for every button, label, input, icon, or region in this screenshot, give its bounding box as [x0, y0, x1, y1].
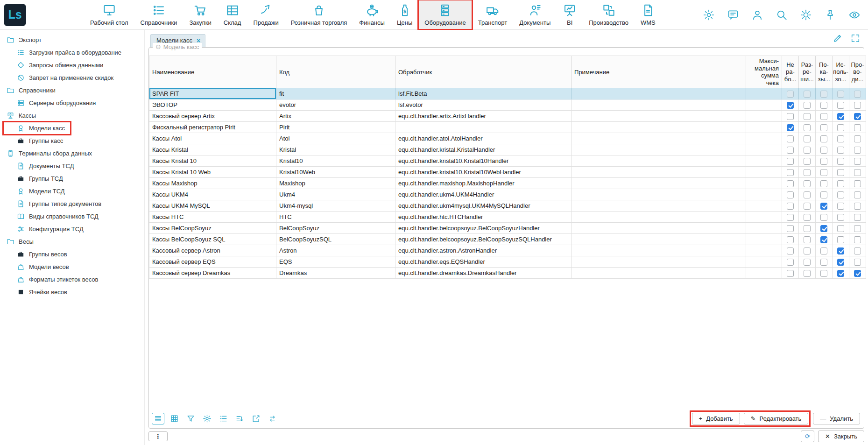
checkbox[interactable]: [837, 102, 844, 109]
table-row[interactable]: Кассовый сервер EQSEQSequ.clt.handler.eq…: [149, 256, 866, 268]
checkbox[interactable]: [820, 147, 827, 154]
checkbox[interactable]: [787, 191, 794, 198]
table-row[interactable]: SPAR FITfitlsf.Fit.Beta: [149, 88, 866, 99]
table-row[interactable]: Кассы MaxishopMaxishopequ.clt.handler.ma…: [149, 178, 866, 189]
column-header-name[interactable]: Наименование: [149, 56, 276, 88]
checkbox[interactable]: [837, 270, 844, 277]
search-button[interactable]: [776, 9, 788, 21]
module-tab-prices[interactable]: $Цены: [391, 0, 418, 29]
checkbox[interactable]: [837, 203, 844, 210]
checkbox[interactable]: [787, 270, 794, 277]
checkbox[interactable]: [854, 259, 861, 266]
module-tab-warehouse[interactable]: Склад: [218, 0, 247, 29]
edit-button[interactable]: ✎Редактировать: [744, 413, 809, 424]
checkbox[interactable]: [820, 247, 827, 254]
delete-button[interactable]: —Удалить: [813, 413, 860, 424]
checkbox[interactable]: [854, 102, 861, 109]
checkbox[interactable]: [820, 124, 827, 131]
sidebar-item-17[interactable]: Группы весов: [0, 248, 144, 261]
checkbox[interactable]: [804, 214, 811, 221]
sidebar-item-1[interactable]: Загрузки прайса в оборудование: [0, 46, 144, 59]
sidebar-item-14[interactable]: Виды справочников ТСД: [0, 210, 144, 223]
sidebar-item-10[interactable]: Документы ТСД: [0, 160, 144, 172]
sidebar-item-5[interactable]: Серверы оборудования: [0, 97, 144, 109]
sidebar-item-15[interactable]: Конфигурация ТСД: [0, 223, 144, 235]
checkbox[interactable]: [820, 225, 827, 232]
sidebar-item-12[interactable]: Модели ТСД: [0, 185, 144, 198]
refresh-button[interactable]: ⟳: [801, 431, 814, 442]
close-button[interactable]: ✕Закрыть: [818, 431, 864, 442]
checkbox[interactable]: [787, 247, 794, 254]
grid-settings-button[interactable]: [201, 413, 213, 424]
checkbox[interactable]: [787, 124, 794, 131]
table-row[interactable]: Фискальный регистратор PiritPirit: [149, 122, 866, 133]
checkbox[interactable]: [820, 180, 827, 187]
table-row[interactable]: Кассы UKM4 MySQLUkm4-mysqlequ.clt.handle…: [149, 200, 866, 212]
table-row[interactable]: Кассы KristalKristalequ.clt.handler.kris…: [149, 144, 866, 155]
checkbox[interactable]: [804, 247, 811, 254]
sidebar-item-16[interactable]: Весы: [0, 235, 144, 248]
column-header-c1[interactable]: Не ра- бо...: [782, 56, 799, 88]
checkbox[interactable]: [837, 191, 844, 198]
module-tab-directories[interactable]: Справочники: [134, 0, 183, 29]
checkbox[interactable]: [820, 270, 827, 277]
checkbox[interactable]: [837, 169, 844, 176]
checkbox[interactable]: [820, 203, 827, 210]
sidebar-item-8[interactable]: Группы касс: [0, 134, 144, 147]
checkbox[interactable]: [837, 147, 844, 154]
add-button[interactable]: +Добавить: [692, 413, 740, 424]
checkbox[interactable]: [820, 158, 827, 165]
checkbox[interactable]: [804, 203, 811, 210]
checkbox[interactable]: [787, 147, 794, 154]
checkbox[interactable]: [837, 135, 844, 142]
more-button[interactable]: ⋮: [148, 431, 168, 441]
module-tab-transport[interactable]: Транспорт: [472, 0, 514, 29]
checkbox[interactable]: [854, 191, 861, 198]
checkbox[interactable]: [837, 91, 844, 98]
checkbox[interactable]: [854, 225, 861, 232]
table-row[interactable]: Кассы HTCHTCequ.clt.handler.htc.HTCHandl…: [149, 212, 866, 223]
checkbox[interactable]: [787, 113, 794, 120]
sidebar-item-9[interactable]: Терминалы сбора данных: [0, 147, 144, 160]
checkbox[interactable]: [787, 236, 794, 243]
column-header-c2[interactable]: Раз- ре- ши...: [799, 56, 816, 88]
checkbox[interactable]: [854, 270, 861, 277]
checkbox[interactable]: [804, 113, 811, 120]
checkbox[interactable]: [787, 180, 794, 187]
module-tab-production[interactable]: Производство: [583, 0, 635, 29]
table-row[interactable]: Кассовый сервер ArtixArtixequ.clt.handle…: [149, 111, 866, 122]
checkbox[interactable]: [854, 158, 861, 165]
settings-gear-button[interactable]: [703, 9, 715, 21]
module-tab-desktop[interactable]: Рабочий стол: [84, 0, 134, 29]
column-header-c5[interactable]: Про- во- ди...: [849, 56, 866, 88]
checkbox[interactable]: [804, 225, 811, 232]
pencil-button[interactable]: [833, 33, 843, 45]
checkbox[interactable]: [804, 135, 811, 142]
module-tab-purchases[interactable]: Закупки: [183, 0, 217, 29]
reload-columns-button[interactable]: [266, 413, 279, 424]
checkbox[interactable]: [787, 91, 794, 98]
column-header-handler[interactable]: Обработчик: [395, 56, 572, 88]
checkbox[interactable]: [787, 169, 794, 176]
checkbox[interactable]: [820, 102, 827, 109]
column-header-note[interactable]: Примечание: [572, 56, 746, 88]
table-row[interactable]: Кассовый сервер AstronAstronequ.clt.hand…: [149, 245, 866, 256]
theme-button[interactable]: [800, 9, 812, 21]
checkbox[interactable]: [787, 158, 794, 165]
module-tab-wms[interactable]: WMS: [635, 0, 662, 29]
checkbox[interactable]: [837, 225, 844, 232]
checkbox[interactable]: [820, 169, 827, 176]
checkbox[interactable]: [837, 113, 844, 120]
feedback-button[interactable]: [727, 9, 739, 21]
module-tab-sales[interactable]: Продажи: [247, 0, 284, 29]
sidebar-item-20[interactable]: Ячейки весов: [0, 286, 144, 298]
checkbox[interactable]: [854, 236, 861, 243]
checkbox[interactable]: [804, 236, 811, 243]
column-header-code[interactable]: Код: [276, 56, 395, 88]
checkbox[interactable]: [804, 169, 811, 176]
table-row[interactable]: Кассы Kristal 10 WebKristal10Webequ.clt.…: [149, 167, 866, 178]
checkbox[interactable]: [820, 91, 827, 98]
sidebar-item-3[interactable]: Запрет на применение скидок: [0, 71, 144, 84]
table-row[interactable]: Кассы BelCoopSoyuzBelCoopSoyuzequ.clt.ha…: [149, 223, 866, 234]
checkbox[interactable]: [854, 124, 861, 131]
